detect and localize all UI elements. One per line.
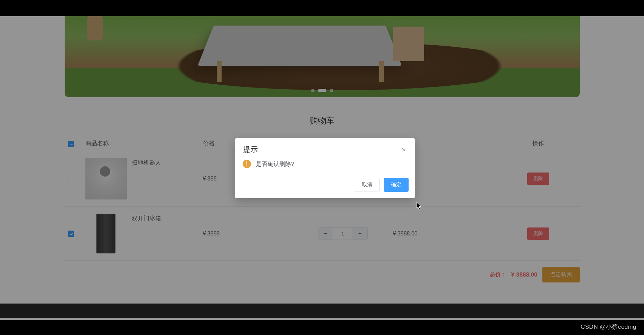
cancel-button[interactable]: 取消 — [355, 178, 380, 192]
dialog-message: 是否确认删除? — [256, 160, 294, 168]
dialog-title: 提示 — [243, 145, 258, 155]
confirm-dialog: 提示 × ! 是否确认删除? 取消 确定 — [235, 138, 415, 198]
confirm-button[interactable]: 确定 — [384, 178, 409, 192]
warning-icon: ! — [243, 160, 251, 168]
watermark: CSDN @小蔡coding — [581, 323, 636, 331]
close-icon[interactable]: × — [400, 145, 407, 155]
